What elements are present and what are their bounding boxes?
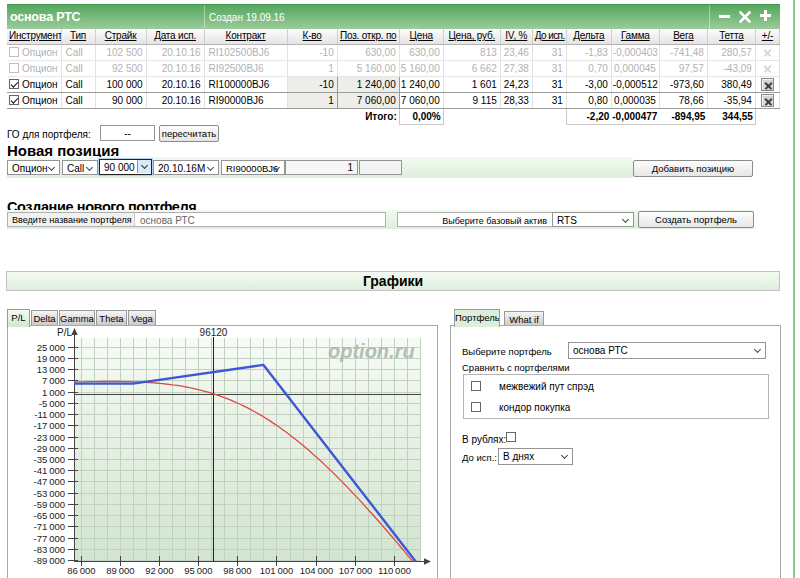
svg-text:-71 000: -71 000 [34,521,65,532]
svg-text:13 000: 13 000 [37,364,65,375]
svg-text:-53 000: -53 000 [34,488,65,499]
svg-text:-29 000: -29 000 [34,443,65,454]
svg-text:86 000: 86 000 [67,565,95,576]
svg-text:110 000: 110 000 [378,565,411,576]
svg-text:1 000: 1 000 [42,387,65,398]
svg-text:-17 000: -17 000 [34,420,65,431]
svg-text:92 000: 92 000 [145,565,173,576]
svg-text:19 000: 19 000 [37,353,65,364]
svg-text:96120: 96120 [200,327,228,338]
svg-text:-5 000: -5 000 [39,398,65,409]
svg-text:-41 000: -41 000 [34,465,65,476]
svg-text:101 000: 101 000 [260,565,294,576]
svg-text:98 000: 98 000 [223,565,251,576]
svg-text:-11 000: -11 000 [34,409,65,420]
svg-text:107 000: 107 000 [339,565,373,576]
svg-text:-23 000: -23 000 [34,432,65,443]
svg-text:95 000: 95 000 [184,565,212,576]
svg-text:-83 000: -83 000 [34,544,65,555]
svg-text:-47 000: -47 000 [34,476,65,487]
svg-text:option.ru: option.ru [328,340,415,362]
svg-text:104 000: 104 000 [300,565,334,576]
svg-text:-35 000: -35 000 [34,454,65,465]
svg-text:-77 000: -77 000 [34,533,65,544]
svg-text:-65 000: -65 000 [34,510,65,521]
svg-text:25 000: 25 000 [37,342,65,353]
svg-text:-59 000: -59 000 [34,499,65,510]
svg-text:89 000: 89 000 [106,565,134,576]
svg-text:7 000: 7 000 [42,375,65,386]
svg-text:P/L: P/L [57,327,72,338]
svg-text:-89 000: -89 000 [34,555,65,566]
